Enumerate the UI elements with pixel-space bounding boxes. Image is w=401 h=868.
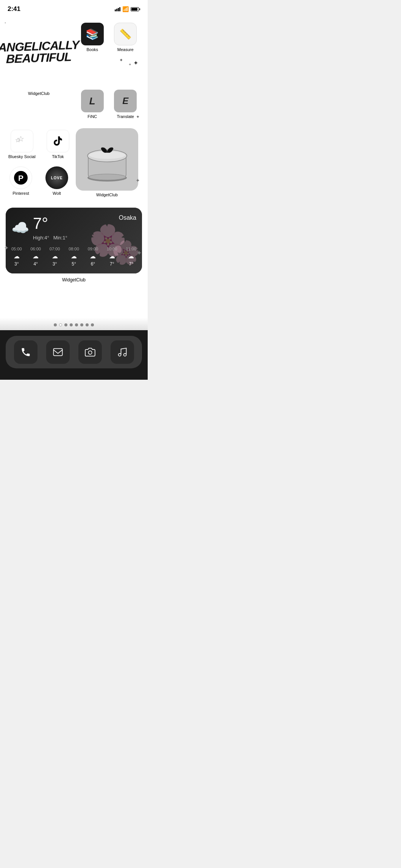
right-icons-col: 📚 Books 📏 Measure ✦ ✦ ✦	[76, 19, 142, 67]
hour-item: 06:00 ☁ 4°	[30, 247, 41, 267]
page-dot[interactable]	[75, 323, 78, 326]
hourly-forecast: 05:00 ☁ 3° 06:00 ☁ 4° 07:00 ☁ 3° 08:00 ☁…	[11, 247, 136, 267]
svg-text:P: P	[18, 174, 23, 182]
music-dock-icon[interactable]	[111, 340, 134, 364]
page-dot[interactable]	[59, 323, 62, 326]
weather-widget[interactable]: 🌸 🌸 ☁️ 7° High:4° Min:1°	[6, 208, 142, 273]
wolt-app[interactable]: LOVE Wolt	[45, 166, 68, 196]
finc-app[interactable]: L FiNC	[81, 90, 104, 119]
weather-cloud-icon: ☁️	[11, 219, 29, 236]
svg-point-9	[88, 351, 92, 354]
bluesky-app[interactable]: ☆ ☆ Bluesky Social	[8, 130, 36, 159]
phone-dock-icon[interactable]	[14, 340, 37, 364]
camera-dock-icon[interactable]	[78, 340, 102, 364]
weather-widgetclub-label: WidgetClub	[0, 275, 148, 284]
measure-icon: 📏	[114, 23, 137, 45]
dock-bar	[6, 336, 142, 368]
tiktok-app[interactable]: TikTok	[47, 130, 69, 159]
wolt-label: Wolt	[53, 191, 61, 196]
finc-icon: L	[81, 90, 104, 112]
status-time: 2:41	[8, 5, 20, 13]
battery-icon	[131, 7, 140, 11]
status-icons: 📶	[115, 6, 140, 12]
pinterest-icon: P	[9, 166, 32, 189]
cake-widget[interactable]	[76, 128, 138, 191]
spacer-1	[0, 122, 148, 126]
hour-item: 07:00 ☁ 3°	[50, 247, 60, 267]
page-dot[interactable]	[54, 323, 57, 326]
angelically-widget[interactable]: ANGELICALLY BEAUTIFUL	[6, 19, 72, 85]
translate-icon: E	[114, 90, 137, 112]
weather-temp: 7°	[33, 214, 48, 232]
bluesky-label: Bluesky Social	[8, 154, 36, 159]
weather-content: ☁️ 7° High:4° Min:1° Osaka	[11, 214, 136, 267]
books-icon: 📚	[81, 23, 104, 45]
tiktok-label: TikTok	[52, 154, 64, 159]
bluesky-tiktok-row: ☆ ☆ Bluesky Social TikTok	[6, 130, 72, 159]
books-app[interactable]: 📚 Books	[81, 23, 104, 52]
angelically-line2: BEAUTIFUL	[0, 51, 80, 65]
hour-item: 11:00 ☁ 7°	[126, 247, 136, 267]
sparkle-icon-2: ✦	[128, 62, 131, 67]
weather-details: High:4° Min:1°	[33, 234, 67, 241]
books-label: Books	[86, 47, 98, 52]
widgetclub-label-1: WidgetClub	[28, 91, 50, 96]
pinterest-label: Pinterest	[12, 191, 29, 196]
page-dot[interactable]	[91, 323, 94, 326]
measure-label: Measure	[117, 47, 134, 52]
mail-dock-icon[interactable]	[46, 340, 70, 364]
weather-highlow: High:4° Min:1°	[33, 235, 67, 241]
weather-top: ☁️ 7° High:4° Min:1° Osaka	[11, 214, 136, 241]
wolt-icon: LOVE	[45, 166, 68, 189]
hour-item: 08:00 ☁ 5°	[69, 247, 79, 267]
left-icons-col: ☆ ☆ Bluesky Social TikTok	[6, 130, 72, 196]
cake-widget-wrap: ✦ WidgetCl	[76, 128, 138, 197]
hour-item: 09:00 ☁ 6°	[88, 247, 98, 267]
page-dot[interactable]	[80, 323, 83, 326]
weather-temp-wrap: 7° High:4° Min:1°	[33, 214, 67, 241]
finc-label: FiNC	[87, 114, 97, 119]
page-dot[interactable]	[70, 323, 73, 326]
status-bar: 2:41 📶	[0, 0, 148, 15]
wifi-icon: 📶	[122, 6, 129, 12]
star-decor-translate: ✦	[136, 114, 140, 120]
pinterest-app[interactable]: P Pinterest	[9, 166, 32, 196]
svg-point-7	[106, 151, 108, 153]
hour-item: 10:00 ☁ 7°	[107, 247, 117, 267]
star-decor-cake: ✦	[136, 177, 140, 183]
home-screen: ✦ ANGELICALLY BEAUTIFUL 📚 Books 📏 Measur…	[0, 15, 148, 318]
hour-item: 05:00 ☁ 3°	[11, 247, 22, 267]
svg-rect-8	[53, 349, 62, 356]
tiktok-icon	[47, 130, 69, 152]
star-decor-left-bottom: ✦	[4, 244, 9, 252]
page-dots	[0, 318, 148, 330]
spacer-2	[0, 199, 148, 202]
sparkle-icon-3: ✦	[119, 57, 123, 63]
sparkle-icon-1: ✦	[133, 59, 138, 67]
svg-point-6	[89, 174, 126, 180]
row-1: ✦ ANGELICALLY BEAUTIFUL 📚 Books 📏 Measur…	[0, 15, 148, 89]
weather-left: ☁️ 7° High:4° Min:1°	[11, 214, 67, 241]
cake-svg	[81, 133, 134, 186]
pinterest-wolt-row: P Pinterest LOVE Wolt	[6, 166, 72, 196]
star-decor-bottom: ✦	[136, 249, 142, 257]
row-3: ☆ ☆ Bluesky Social TikTok	[0, 126, 148, 199]
page-dot[interactable]	[86, 323, 89, 326]
cake-widgetclub-label: WidgetClub	[96, 193, 118, 197]
page-dot[interactable]	[64, 323, 67, 326]
dock	[0, 330, 148, 380]
translate-label: Translate	[117, 114, 134, 119]
row1-labels: WidgetClub L FiNC E Translate ✦	[0, 89, 148, 122]
translate-app[interactable]: E Translate ✦	[114, 90, 137, 119]
bluesky-icon: ☆ ☆	[11, 130, 33, 152]
measure-app[interactable]: 📏 Measure	[114, 23, 137, 52]
weather-city: Osaka	[119, 214, 136, 221]
signal-icon	[115, 7, 120, 11]
